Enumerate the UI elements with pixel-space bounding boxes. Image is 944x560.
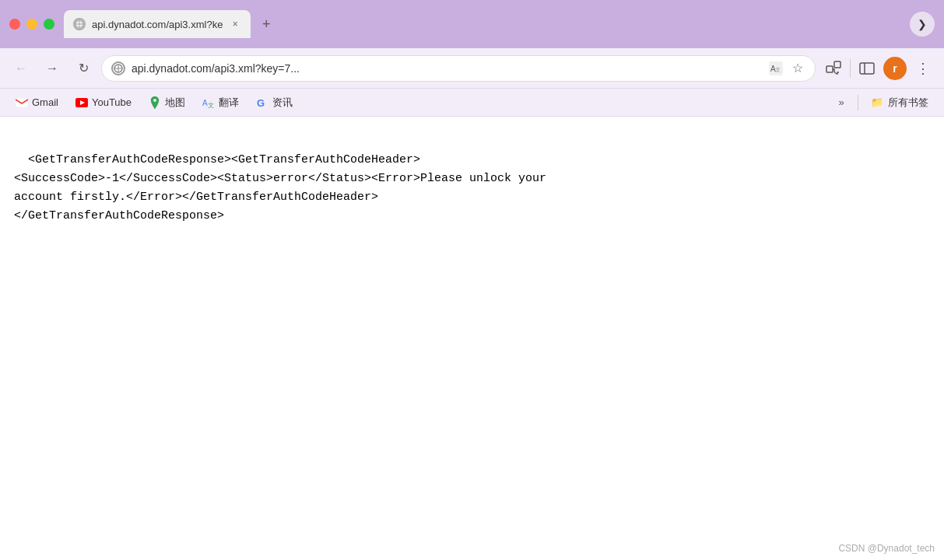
bookmark-youtube[interactable]: YouTube: [68, 93, 139, 112]
all-bookmarks-label: 所有书签: [888, 96, 928, 110]
sidebar-button[interactable]: [854, 55, 880, 82]
bookmarks-separator: [858, 95, 858, 110]
gmail-icon: [16, 96, 28, 109]
bookmarks-overflow-button[interactable]: »: [830, 92, 853, 114]
forward-button[interactable]: →: [39, 55, 65, 82]
tab-close-button[interactable]: ×: [229, 18, 241, 30]
tab-bar: api.dynadot.com/api3.xml?ke × + ❯: [64, 10, 935, 38]
translate-button[interactable]: A文: [768, 61, 784, 76]
close-button[interactable]: [9, 19, 20, 30]
svg-text:A: A: [202, 99, 208, 107]
svg-rect-10: [834, 61, 840, 68]
profile-avatar[interactable]: r: [883, 57, 907, 80]
tab-favicon: [73, 18, 86, 30]
bookmark-star-button[interactable]: ☆: [790, 61, 805, 76]
active-tab[interactable]: api.dynadot.com/api3.xml?ke ×: [64, 10, 251, 38]
tab-overflow-button[interactable]: ❯: [910, 12, 935, 37]
minimize-button[interactable]: [26, 19, 37, 30]
svg-rect-9: [826, 66, 833, 72]
reload-button[interactable]: ↻: [70, 55, 97, 82]
navbar: ← → ↻ api.dynadot.com/api3.xml?key=7... …: [0, 48, 944, 89]
nav-actions: r ⋮: [820, 55, 936, 82]
bookmark-translate-label: 翻译: [219, 96, 239, 110]
news-icon: G: [256, 96, 268, 109]
bookmark-maps[interactable]: 地图: [141, 93, 193, 113]
bookmarks-bar: Gmail YouTube 地图 A文 翻译 G 资讯 » 📁 所有书签: [0, 89, 944, 117]
folder-icon: 📁: [871, 96, 883, 108]
watermark: CSDN @Dynadot_tech: [838, 543, 935, 554]
chevron-down-icon: ❯: [918, 18, 927, 30]
nav-divider: [850, 59, 851, 78]
maximize-button[interactable]: [44, 19, 54, 30]
address-bar[interactable]: api.dynadot.com/api3.xml?key=7... A文 ☆: [101, 55, 816, 82]
back-button[interactable]: ←: [8, 55, 34, 82]
titlebar: api.dynadot.com/api3.xml?ke × + ❯: [0, 0, 944, 48]
extensions-button[interactable]: [820, 55, 847, 82]
bookmark-gmail[interactable]: Gmail: [8, 93, 66, 112]
bookmark-maps-label: 地图: [165, 96, 185, 110]
address-text: api.dynadot.com/api3.xml?key=7...: [132, 62, 762, 75]
all-bookmarks[interactable]: 📁 所有书签: [863, 93, 936, 113]
youtube-icon: [75, 96, 88, 109]
maps-icon: [149, 96, 161, 109]
menu-button[interactable]: ⋮: [910, 55, 936, 82]
translate-icon: A文: [202, 96, 215, 109]
reload-icon: ↻: [79, 61, 89, 75]
xml-content: <GetTransferAuthCodeResponse><GetTransfe…: [14, 153, 546, 222]
page-content: <GetTransferAuthCodeResponse><GetTransfe…: [0, 117, 944, 241]
bookmark-youtube-label: YouTube: [92, 96, 132, 108]
overflow-icon: »: [838, 96, 844, 108]
bookmark-news-label: 资讯: [272, 96, 293, 110]
bookmark-gmail-label: Gmail: [32, 96, 58, 108]
address-favicon: [111, 61, 125, 75]
svg-text:G: G: [257, 97, 265, 109]
tab-title: api.dynadot.com/api3.xml?ke: [92, 19, 223, 30]
new-tab-button[interactable]: +: [254, 12, 279, 37]
back-icon: ←: [15, 61, 27, 75]
bookmark-translate[interactable]: A文 翻译: [195, 93, 247, 113]
svg-rect-11: [860, 63, 874, 74]
svg-text:文: 文: [208, 102, 214, 109]
bookmark-news[interactable]: G 资讯: [248, 93, 300, 113]
window-controls: [9, 19, 54, 30]
forward-icon: →: [46, 61, 58, 75]
svg-text:文: 文: [775, 67, 781, 72]
